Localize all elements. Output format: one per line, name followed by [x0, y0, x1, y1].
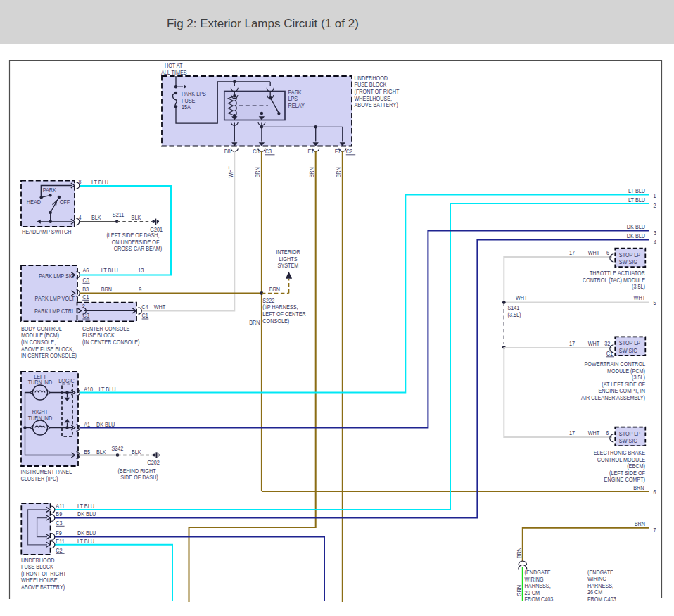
svg-text:E7: E7 [308, 148, 314, 155]
svg-text:ENGINE COMPT): ENGINE COMPT) [604, 476, 645, 483]
svg-text:SW SIG: SW SIG [619, 437, 637, 444]
svg-text:C0: C0 [83, 277, 89, 284]
svg-text:PARK LPS: PARK LPS [182, 90, 206, 97]
svg-text:FUSE: FUSE [182, 97, 195, 104]
svg-text:4: 4 [79, 214, 82, 221]
svg-text:(I/P HARNESS,: (I/P HARNESS, [262, 303, 298, 310]
svg-text:(IN CENTER CONSOLE): (IN CENTER CONSOLE) [82, 339, 139, 346]
svg-text:INSTRUMENT PANEL: INSTRUMENT PANEL [21, 468, 72, 475]
svg-text:B3: B3 [82, 286, 89, 293]
svg-text:HOT AT: HOT AT [165, 62, 183, 69]
svg-text:(EBCM): (EBCM) [627, 463, 645, 470]
svg-text:BLK: BLK [132, 214, 141, 221]
svg-text:WIRING: WIRING [525, 576, 544, 583]
svg-text:4: 4 [654, 239, 656, 246]
svg-text:LEFT OF CENTER: LEFT OF CENTER [262, 310, 306, 318]
svg-text:C3: C3 [56, 520, 62, 527]
svg-text:WHEELHOUSE,: WHEELHOUSE, [355, 95, 393, 102]
svg-text:SW SIG: SW SIG [619, 347, 637, 354]
svg-text:C3: C3 [265, 148, 272, 155]
svg-text:POWERTRAIN CONTROL: POWERTRAIN CONTROL [585, 360, 646, 367]
svg-text:PARK LMP VOLT: PARK LMP VOLT [35, 295, 75, 302]
svg-text:SIDE OF DASH): SIDE OF DASH) [120, 474, 158, 481]
svg-text:PARK: PARK [43, 187, 57, 194]
svg-text:ENGINE COMPT, IN: ENGINE COMPT, IN [599, 387, 646, 394]
svg-text:17: 17 [569, 429, 575, 436]
svg-text:HEAD: HEAD [27, 199, 41, 206]
svg-text:32: 32 [604, 340, 610, 347]
svg-text:STOP LP: STOP LP [619, 339, 640, 346]
svg-text:BRN: BRN [101, 286, 112, 293]
svg-text:BRN: BRN [254, 167, 261, 177]
svg-text:WHEELHOUSE,: WHEELHOUSE, [21, 577, 59, 584]
svg-text:BRN: BRN [335, 167, 342, 177]
svg-text:ALL TIMES: ALL TIMES [161, 69, 187, 76]
svg-text:6: 6 [606, 249, 609, 256]
svg-text:S141: S141 [508, 304, 520, 311]
svg-text:WHT: WHT [588, 340, 600, 347]
svg-text:PARK LMP CTRL: PARK LMP CTRL [34, 308, 75, 315]
svg-text:HARNESS,: HARNESS, [587, 582, 613, 589]
svg-text:WHT: WHT [588, 249, 600, 256]
svg-text:C1: C1 [142, 312, 148, 319]
svg-text:WHT: WHT [516, 294, 528, 301]
svg-text:CONSOLE): CONSOLE) [262, 318, 289, 325]
svg-text:ABOVE BATTERY): ABOVE BATTERY) [355, 101, 398, 108]
svg-text:1: 1 [654, 192, 656, 199]
svg-text:LPS: LPS [288, 95, 298, 102]
svg-text:LIGHTS: LIGHTS [279, 256, 297, 263]
svg-text:DK BLU: DK BLU [77, 529, 96, 536]
svg-text:DK BLU: DK BLU [96, 421, 115, 428]
svg-text:BLK: BLK [96, 448, 106, 455]
svg-text:(IN CONSOLE,: (IN CONSOLE, [21, 339, 56, 346]
svg-text:Fig 2: Exterior Lamps Circuit: Fig 2: Exterior Lamps Circuit (1 of 2) [167, 17, 359, 30]
svg-text:G202: G202 [147, 459, 160, 466]
svg-text:PARK: PARK [288, 89, 303, 96]
svg-text:LT BLU: LT BLU [99, 386, 116, 393]
svg-text:LT BLU: LT BLU [77, 503, 94, 510]
svg-text:F7: F7 [335, 148, 341, 155]
svg-text:13: 13 [138, 267, 144, 274]
svg-text:C3: C3 [82, 312, 89, 319]
svg-text:(FRONT OF RIGHT: (FRONT OF RIGHT [21, 570, 66, 577]
svg-text:MODULE (PCM): MODULE (PCM) [607, 367, 645, 375]
svg-text:20 CM: 20 CM [525, 589, 540, 596]
svg-text:A6: A6 [83, 267, 89, 274]
svg-text:IN CENTER CONSOLE): IN CENTER CONSOLE) [21, 352, 77, 359]
svg-text:INTERIOR: INTERIOR [276, 249, 300, 256]
svg-text:BLK: BLK [91, 214, 101, 221]
svg-text:15A: 15A [182, 103, 191, 111]
svg-text:C1: C1 [82, 294, 89, 301]
svg-text:6: 6 [606, 429, 609, 436]
svg-text:E11: E11 [56, 538, 64, 545]
svg-text:B5: B5 [84, 448, 90, 455]
svg-text:ABOVE FUSE BLOCK,: ABOVE FUSE BLOCK, [21, 346, 74, 353]
svg-text:BRN: BRN [633, 484, 644, 491]
svg-text:8: 8 [79, 178, 82, 185]
svg-text:HARNESS,: HARNESS, [525, 582, 551, 589]
svg-text:BODY CONTROL: BODY CONTROL [21, 325, 62, 332]
svg-text:WHT: WHT [227, 166, 234, 178]
svg-text:2: 2 [654, 202, 656, 209]
svg-text:LT BLU: LT BLU [101, 267, 118, 274]
svg-text:F9: F9 [56, 529, 62, 536]
svg-text:DK BLU: DK BLU [77, 510, 96, 517]
svg-text:C2: C2 [346, 148, 352, 155]
svg-text:LT BLU: LT BLU [77, 538, 94, 545]
svg-text:GRN: GRN [516, 585, 523, 596]
svg-text:ELECTRONIC BRAKE: ELECTRONIC BRAKE [594, 449, 645, 456]
svg-text:(FRONT OF RIGHT: (FRONT OF RIGHT [355, 88, 400, 95]
svg-text:RELAY: RELAY [288, 102, 305, 109]
svg-text:ON UNDERSIDE OF: ON UNDERSIDE OF [112, 239, 160, 246]
svg-text:(3.5L): (3.5L) [632, 283, 645, 290]
svg-text:BRN: BRN [516, 548, 523, 558]
svg-text:CROSS-CAR BEAM): CROSS-CAR BEAM) [114, 245, 163, 252]
svg-text:WHT: WHT [588, 429, 600, 436]
svg-text:THROTTLE ACTUATOR: THROTTLE ACTUATOR [590, 270, 645, 277]
svg-text:WHT: WHT [634, 294, 646, 301]
svg-text:S211: S211 [113, 211, 124, 218]
svg-text:LT BLU: LT BLU [628, 187, 645, 194]
svg-text:B9: B9 [56, 510, 62, 517]
svg-text:(ENDGATE: (ENDGATE [525, 569, 551, 576]
svg-text:BRN: BRN [635, 520, 645, 527]
